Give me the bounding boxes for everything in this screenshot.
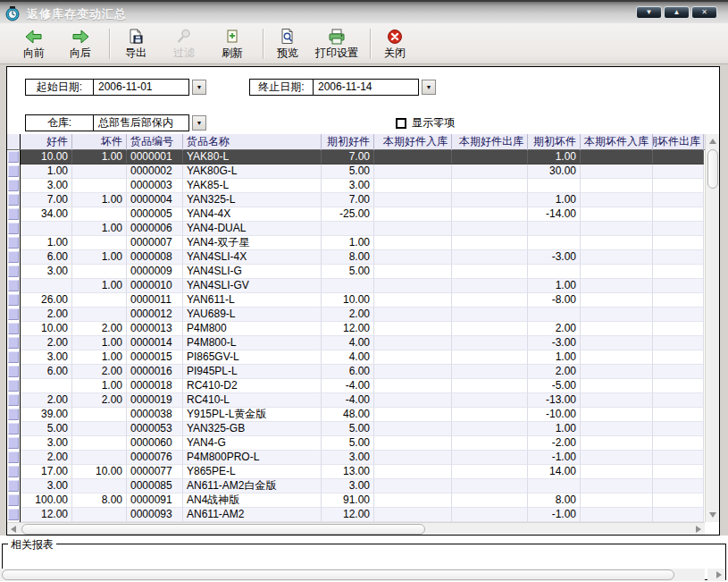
- start-date-value[interactable]: 2006-11-01: [94, 80, 153, 95]
- cell: [452, 265, 528, 279]
- table-row[interactable]: 26.000000011YAN611-L10.00-8.00: [7, 293, 705, 308]
- cell: [452, 207, 528, 222]
- table-row[interactable]: 1.000000010YAN4SLI-GV1.00: [7, 279, 705, 293]
- row-indicator[interactable]: [7, 479, 21, 493]
- close-button[interactable]: 关闭: [374, 26, 415, 63]
- window-minimize-button[interactable]: ▼: [636, 6, 662, 19]
- table-row[interactable]: 6.001.000000008YAN4SLI-4X8.00-3.00: [7, 250, 705, 265]
- window-close-button[interactable]: ✕: [691, 6, 717, 19]
- scroll-left-icon[interactable]: [11, 526, 16, 533]
- row-indicator[interactable]: [7, 350, 21, 365]
- forward-button[interactable]: 向后: [57, 26, 104, 63]
- start-date-dropdown-button[interactable]: ▼: [192, 80, 206, 95]
- column-header[interactable]: 本期好件出库: [452, 134, 528, 150]
- table-row[interactable]: 10.002.000000013P4M80012.002.00: [7, 322, 705, 336]
- end-date-value[interactable]: 2006-11-14: [314, 80, 372, 95]
- row-indicator[interactable]: [7, 222, 21, 236]
- column-header[interactable]: 货品名称: [183, 134, 322, 150]
- row-indicator[interactable]: [7, 493, 21, 508]
- end-date-dropdown-button[interactable]: ▼: [422, 80, 436, 95]
- row-indicator[interactable]: [7, 508, 21, 522]
- row-indicator[interactable]: [7, 336, 21, 350]
- column-header[interactable]: 期初坏件: [528, 134, 581, 150]
- table-row[interactable]: 3.000000003YAK85-L3.00: [7, 179, 705, 193]
- window-maximize-button[interactable]: ▲: [664, 6, 690, 19]
- row-indicator[interactable]: [7, 393, 21, 408]
- print-settings-button[interactable]: 打印设置: [309, 26, 364, 63]
- row-indicator[interactable]: [7, 207, 21, 222]
- row-indicator[interactable]: [7, 408, 21, 422]
- table-row[interactable]: 3.000000060YAN4-G5.00-2.00: [7, 436, 705, 451]
- scroll-down-icon[interactable]: [709, 512, 716, 518]
- table-row[interactable]: 17.0010.000000077Y865PE-L13.0014.00: [7, 465, 705, 479]
- scroll-up-icon[interactable]: [709, 139, 716, 144]
- export-button[interactable]: 导出: [113, 26, 159, 63]
- cell: -1.00: [528, 508, 581, 522]
- row-indicator[interactable]: [7, 179, 21, 193]
- row-indicator[interactable]: [7, 465, 21, 479]
- vertical-scrollbar[interactable]: [705, 134, 719, 522]
- column-header[interactable]: 本期坏件出库: [653, 134, 704, 150]
- show-zero-checkbox[interactable]: [396, 118, 406, 129]
- row-indicator[interactable]: [7, 422, 21, 436]
- cell: [581, 436, 653, 451]
- bottom-scroll-right-button[interactable]: [707, 569, 725, 581]
- table-row[interactable]: 2.002.000000019RC410-L-4.00-13.00: [7, 393, 705, 408]
- row-indicator[interactable]: [7, 265, 21, 279]
- table-row[interactable]: 2.001.000000014P4M800-L4.00-3.00: [7, 336, 705, 350]
- table-row[interactable]: 3.000000009YAN4SLI-G5.00: [7, 265, 705, 279]
- cell: RC410-L: [183, 393, 322, 408]
- preview-button[interactable]: 预览: [267, 26, 308, 63]
- cell: 7.00: [322, 150, 374, 164]
- refresh-button[interactable]: 刷新: [209, 26, 255, 63]
- row-indicator[interactable]: [7, 365, 21, 379]
- row-indicator[interactable]: [7, 293, 21, 308]
- row-indicator[interactable]: [7, 150, 21, 164]
- scroll-right-icon[interactable]: [696, 526, 701, 533]
- table-row[interactable]: 12.000000093AN611-AM212.00-1.00: [7, 508, 705, 522]
- row-indicator[interactable]: [7, 451, 21, 465]
- column-header[interactable]: 本期坏件入库: [581, 134, 653, 150]
- table-row[interactable]: 100.008.000000091AN4战神版91.008.00: [7, 493, 705, 508]
- table-row[interactable]: 39.000000038Y915PL-L黄金版48.00-10.00: [7, 408, 705, 422]
- close-red-x-icon: [374, 26, 415, 46]
- column-header[interactable]: 货品编号: [127, 134, 183, 150]
- filter-button[interactable]: 过滤: [161, 26, 207, 63]
- table-row[interactable]: 1.000000018RC410-D2-4.00-5.00: [7, 379, 705, 393]
- column-header[interactable]: 本期好件入库: [374, 134, 452, 150]
- scroll-right-icon[interactable]: [716, 571, 722, 578]
- table-row[interactable]: 1.000000006YAN4-DUAL: [7, 222, 705, 236]
- row-indicator[interactable]: [7, 236, 21, 250]
- row-indicator[interactable]: [7, 379, 21, 393]
- row-indicator[interactable]: [7, 250, 21, 265]
- bottom-scrollbar[interactable]: [0, 569, 705, 581]
- cell: 2.00: [528, 322, 581, 336]
- warehouse-value[interactable]: 总部售后部保内: [94, 115, 173, 131]
- table-row[interactable]: 2.000000012YAU689-L2.00: [7, 308, 705, 322]
- table-row[interactable]: 3.001.000000015PI865GV-L4.001.00: [7, 350, 705, 365]
- table-row[interactable]: 1.000000007YAN4-双子星1.00: [7, 236, 705, 250]
- row-indicator[interactable]: [7, 164, 21, 179]
- vertical-scrollbar-thumb[interactable]: [707, 149, 718, 189]
- column-header[interactable]: 坏件: [72, 134, 127, 150]
- table-row[interactable]: 6.002.000000016PI945PL-L6.002.00: [7, 365, 705, 379]
- table-row[interactable]: 1.000000002YAK80G-L5.0030.00: [7, 164, 705, 179]
- table-row[interactable]: 7.001.000000004YAN325-L7.001.00: [7, 193, 705, 207]
- table-row[interactable]: 34.000000005YAN4-4X-25.00-14.00: [7, 207, 705, 222]
- horizontal-scrollbar-thumb[interactable]: [21, 524, 425, 535]
- row-indicator[interactable]: [7, 193, 21, 207]
- row-indicator[interactable]: [7, 308, 21, 322]
- column-header[interactable]: 好件: [21, 134, 72, 150]
- horizontal-scrollbar[interactable]: [7, 522, 705, 535]
- back-button[interactable]: 向前: [11, 26, 57, 63]
- bottom-scrollbar-thumb[interactable]: [2, 569, 674, 580]
- table-row[interactable]: 10.001.000000001YAK80-L7.001.00: [7, 150, 705, 164]
- table-row[interactable]: 5.000000053YAN325-GB5.001.00: [7, 422, 705, 436]
- column-header[interactable]: 期初好件: [322, 134, 374, 150]
- table-row[interactable]: 3.000000085AN611-AM2白金版3.00: [7, 479, 705, 493]
- warehouse-dropdown-button[interactable]: ▼: [192, 115, 206, 131]
- row-indicator[interactable]: [7, 279, 21, 293]
- row-indicator[interactable]: [7, 322, 21, 336]
- row-indicator[interactable]: [7, 436, 21, 451]
- table-row[interactable]: 2.000000076P4M800PRO-L3.00-1.00: [7, 451, 705, 465]
